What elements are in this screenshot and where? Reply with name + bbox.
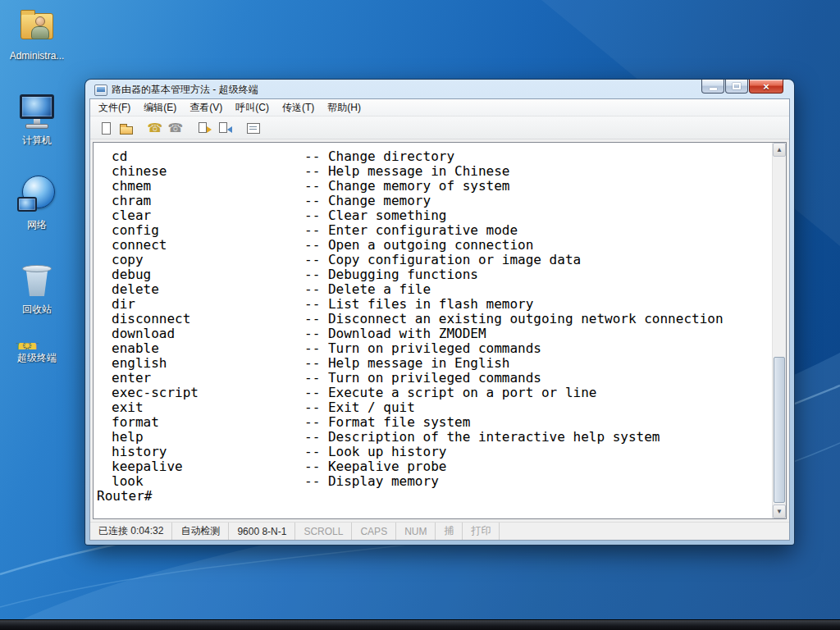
command-name: download [94,326,304,341]
command-name: connect [94,238,304,253]
command-description: -- Clear something [304,208,446,223]
command-description: -- Execute a script on a port or line [304,386,596,400]
toolbar-props-button[interactable] [243,118,263,137]
terminal-line: exit-- Exit / quit [94,400,772,415]
terminal-output[interactable]: cd-- Change directorychinese-- Help mess… [94,143,772,518]
desktop-icon-recycle-bin[interactable]: 回收站 [5,258,69,315]
command-name: disconnect [94,312,304,326]
toolbar: ☎☎ [90,116,789,139]
command-name: debug [94,267,304,282]
terminal-line: chmem-- Change memory of system [94,179,772,194]
toolbar-receive-button[interactable] [214,118,235,137]
scrollbar-thumb[interactable] [774,357,785,503]
taskbar[interactable] [0,619,840,630]
desktop-icon-hyperterminal[interactable]: ☎超级终端 [5,343,69,363]
command-name: clear [94,208,304,223]
administrator-folder-icon [16,5,58,48]
menu-edit[interactable]: 编辑(E) [137,99,183,116]
call-icon: ☎ [148,121,162,135]
command-description: -- Turn on privileged commands [304,371,541,386]
terminal-line: enable-- Turn on privileged commands [94,341,772,356]
desktop-icon-label: Administra... [10,50,65,62]
command-name: chmem [94,179,304,194]
capture-indicator: 捕 [436,523,463,540]
desktop-icon-computer[interactable]: 计算机 [5,89,69,146]
print-indicator: 打印 [463,523,500,540]
window-icon [94,84,107,96]
command-description: -- Help message in Chinese [304,164,509,179]
properties-icon [246,121,261,135]
terminal-line: cd-- Change directory [94,149,772,164]
caption-buttons: × [701,80,783,94]
command-description: -- Open a outgoing connection [304,238,533,253]
terminal-line: chram-- Change memory [94,194,772,208]
toolbar-open-button[interactable] [116,118,136,137]
desktop-icon-label: 超级终端 [17,352,57,363]
command-name: delete [94,282,304,297]
num-indicator: NUM [396,523,436,540]
recycle-bin-icon [16,258,58,301]
command-description: -- Debugging functions [304,267,478,282]
terminal-line: help-- Description of the interactive he… [94,430,772,445]
command-name: english [94,356,304,371]
terminal-line: connect-- Open a outgoing connection [94,238,772,253]
network-icon [16,174,58,217]
terminal-line: dir-- List files in flash memory [94,297,772,312]
menu-view[interactable]: 查看(V) [183,99,229,116]
vertical-scrollbar[interactable]: ▲ ▼ [772,143,786,518]
command-name: enable [94,341,304,356]
command-description: -- Copy configuration or image data [304,253,581,267]
menu-call[interactable]: 呼叫(C) [229,99,276,116]
detect-mode: 自动检测 [172,523,229,540]
scroll-down-arrow[interactable]: ▼ [773,504,786,518]
command-name: help [94,430,304,445]
command-name: config [94,223,304,238]
menu-help[interactable]: 帮助(H) [321,99,368,116]
toolbar-send-button[interactable] [194,118,214,137]
command-name: history [94,445,304,459]
receive-file-icon [217,121,232,135]
menu-transfer[interactable]: 传送(T) [276,99,321,116]
menu-file[interactable]: 文件(F) [92,99,137,116]
terminal-line: chinese-- Help message in Chinese [94,164,772,179]
new-document-icon [98,121,113,135]
terminal-line: clear-- Clear something [94,208,772,223]
command-name: cd [94,149,304,164]
toolbar-new-button[interactable] [95,118,116,137]
terminal-line: format-- Format file system [94,415,772,430]
command-description: -- Keepalive probe [304,459,446,474]
command-name: enter [94,371,304,386]
command-description: -- Format file system [304,415,470,430]
desktop-icons: Administra...计算机网络回收站☎超级终端 [5,5,69,363]
terminal-prompt: Router# [94,489,772,504]
desktop-icon-network[interactable]: 网络 [5,174,69,231]
terminal-line: debug-- Debugging functions [94,267,772,282]
command-description: -- Download with ZMODEM [304,326,486,341]
terminal-line: keepalive-- Keepalive probe [94,459,772,474]
command-name: keepalive [94,459,304,474]
command-description: -- Change memory [304,194,431,208]
terminal-line: config-- Enter configurative mode [94,223,772,238]
title-bar[interactable]: 路由器的基本管理方法 - 超级终端 × [89,80,790,98]
minimize-button[interactable] [701,80,724,94]
command-description: -- Change directory [304,149,454,164]
baud-rate: 9600 8-N-1 [229,523,295,540]
menu-bar: 文件(F)编辑(E)查看(V)呼叫(C)传送(T)帮助(H) [90,99,789,116]
scroll-up-arrow[interactable]: ▲ [773,143,786,157]
command-description: -- Change memory of system [304,179,509,194]
connection-status: 已连接 0:04:32 [90,523,172,540]
close-button[interactable]: × [749,80,783,94]
command-description: -- Turn on privileged commands [304,341,541,356]
toolbar-call-button[interactable]: ☎ [144,118,165,137]
scrollbar-track[interactable] [773,157,786,504]
terminal-line: disconnect-- Disconnect an existing outg… [94,312,772,326]
desktop-icon-administrator-folder[interactable]: Administra... [5,5,69,62]
terminal-area: cd-- Change directorychinese-- Help mess… [93,142,787,519]
command-name: exit [94,400,304,415]
command-description: -- Exit / quit [304,400,415,415]
toolbar-hangup-button[interactable]: ☎ [165,118,185,137]
maximize-button[interactable] [725,80,748,94]
desktop-icon-label: 网络 [27,219,47,231]
terminal-line: delete-- Delete a file [94,282,772,297]
command-name: format [94,415,304,430]
